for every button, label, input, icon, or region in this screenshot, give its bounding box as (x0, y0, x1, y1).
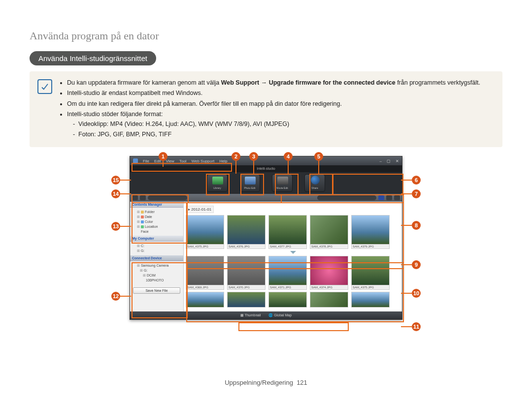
thumb[interactable] (351, 215, 390, 245)
info-box: Du kan uppdatera firmware för kameran ge… (30, 71, 502, 147)
callout-14: 14 (111, 189, 120, 198)
sidebar: Contents Manager Folder Date Color Locat… (130, 202, 184, 311)
date-header[interactable]: ▸ 2012-01-01 (186, 206, 214, 213)
callout-8: 8 (412, 221, 421, 230)
info-line-4: Intelli-studio stöder följande format: V… (67, 110, 495, 139)
callout-9: 9 (412, 260, 421, 269)
nav-back-icon[interactable] (132, 195, 138, 200)
filter-all-icon[interactable] (378, 195, 384, 200)
side-g[interactable]: G: (133, 248, 180, 253)
callout-12: 12 (111, 292, 120, 301)
separator[interactable] (186, 251, 400, 256)
page-title: Använda program på en dator (30, 30, 502, 42)
menubar: File Edit View Tool Web Support Help – ▢… (130, 156, 402, 165)
callout-7: 7 (412, 189, 421, 198)
save-new-file-button[interactable]: Save New File (133, 287, 180, 294)
thumb[interactable] (268, 256, 307, 285)
menu-help[interactable]: Help (219, 159, 227, 163)
section-heading: Använda Intelli-studiogränssnittet (30, 51, 156, 65)
side-location[interactable]: Location (133, 224, 180, 229)
thumb[interactable] (227, 256, 266, 285)
callout-10: 10 (412, 289, 421, 298)
side-folder[interactable]: Folder (133, 210, 180, 215)
thumb[interactable] (310, 215, 348, 245)
dev-g[interactable]: G: (133, 268, 180, 273)
sidebar-head-device[interactable]: Connected Device (130, 255, 183, 261)
tab-globalmap[interactable]: 🌐 Global Map (268, 313, 292, 317)
info-sub-1: Videoklipp: MP4 (Video: H.264, Ljud: AAC… (73, 120, 495, 129)
branding: Intelli-studio (130, 165, 402, 172)
side-face[interactable]: Face (133, 229, 180, 234)
tab-thumbnail[interactable]: ▦ Thumbnail (240, 313, 261, 317)
menu-websupport[interactable]: Web Support (192, 159, 215, 163)
side-c[interactable]: C: (133, 244, 180, 248)
window-min-icon[interactable]: – (380, 159, 382, 163)
thumb[interactable] (351, 292, 390, 308)
menu-file[interactable]: File (143, 159, 149, 163)
path-box[interactable] (148, 195, 187, 200)
thumb[interactable] (186, 256, 224, 285)
info-line-3: Om du inte kan redigera filer direkt på … (67, 99, 495, 109)
thumb[interactable] (186, 292, 224, 308)
info-line-2: Intelli-studio är endast kompatibelt med… (67, 89, 495, 98)
dev-camera[interactable]: Samsung Camera (133, 263, 180, 268)
gallery: ▸ 2012-01-01 SAM_4375.JPG SAM_4376.JPG S… (184, 202, 402, 311)
top-btn-photoedit[interactable]: Photo Edit (239, 174, 260, 192)
sidebar-head-mycomputer[interactable]: My Computer (130, 236, 183, 242)
thumb[interactable] (351, 256, 390, 285)
menu-view[interactable]: View (166, 159, 174, 163)
callout-13: 13 (111, 222, 120, 231)
thumb[interactable] (227, 215, 266, 245)
menu-tool[interactable]: Tool (179, 159, 187, 163)
info-line-1: Du kan uppdatera firmware för kameran ge… (67, 78, 495, 88)
dev-dcim[interactable]: DCIM (133, 273, 180, 278)
page-footer: Uppspelning/Redigering 121 (0, 379, 532, 386)
side-color[interactable]: Color (133, 219, 180, 224)
thumb[interactable] (310, 256, 348, 285)
thumb[interactable] (186, 215, 224, 245)
callout-11: 11 (412, 322, 421, 331)
app-window: File Edit View Tool Web Support Help – ▢… (130, 156, 402, 320)
bottom-bar: ▦ Thumbnail 🌐 Global Map (130, 311, 402, 319)
thumb[interactable] (268, 215, 307, 245)
callout-15: 15 (111, 176, 120, 185)
info-sub-2: Foton: JPG, GIF, BMP, PNG, TIFF (73, 130, 495, 139)
window-max-icon[interactable]: ▢ (387, 159, 391, 163)
thumb[interactable] (310, 292, 348, 308)
filter-video-icon[interactable] (394, 195, 400, 200)
window-close-icon[interactable]: ✕ (396, 159, 399, 163)
dev-100photo[interactable]: 100PHOTO (133, 278, 180, 282)
top-btn-library[interactable]: Library (207, 174, 228, 192)
callout-6: 6 (412, 176, 421, 185)
top-btn-share[interactable]: Share (304, 174, 325, 192)
note-icon (37, 79, 52, 94)
top-btn-movieedit[interactable]: Movie Edit (272, 174, 293, 192)
side-date[interactable]: Date (133, 215, 180, 219)
thumb[interactable] (268, 292, 307, 308)
thumb[interactable] (227, 292, 266, 308)
control-strip (130, 194, 402, 202)
sidebar-head-contents[interactable]: Contents Manager (130, 202, 183, 208)
zoom-slider[interactable] (317, 195, 376, 200)
nav-fwd-icon[interactable] (140, 195, 146, 200)
filter-photo-icon[interactable] (386, 195, 392, 200)
top-buttons: Library Photo Edit Movie Edit Share (130, 172, 402, 194)
